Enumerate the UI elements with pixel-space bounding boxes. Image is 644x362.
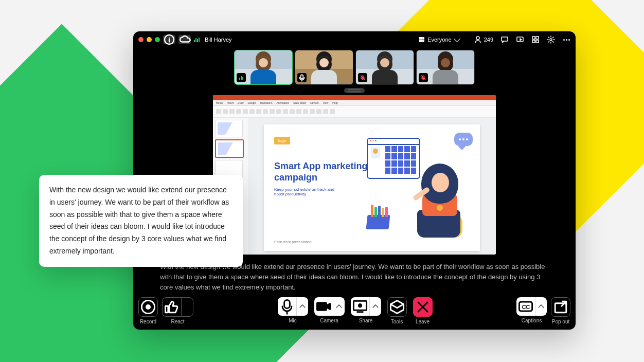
chat-icon[interactable] [500,35,509,44]
mic-label: Mic [289,318,297,323]
maximize-window-button[interactable] [155,37,160,42]
participants-button[interactable]: 249 [474,35,493,44]
shared-screen: HomeInsertDrawDesignTransitionsAnimation… [213,95,496,255]
popout-button[interactable] [551,297,570,317]
slide-thumb[interactable] [215,120,243,137]
ppt-tab: Slide Show [293,101,306,104]
ppt-tabs: HomeInsertDrawDesignTransitionsAnimation… [213,100,496,106]
layout-label: Everyone [427,37,451,43]
svg-rect-18 [284,300,290,308]
record-button[interactable] [138,297,158,317]
popout-label: Pop out [552,319,569,324]
ppt-tab: Help [332,101,337,104]
svg-text:CC: CC [522,304,530,310]
participant-tile[interactable] [416,50,475,85]
svg-point-3 [476,37,479,40]
layout-selector[interactable]: Everyone [419,37,459,43]
slide-canvas-area: logo Smart App marketingcampaign Keep yo… [248,118,496,255]
speech-bubble-illustration [454,133,473,146]
slide-subtitle: Keep your schedule on track and boost pr… [274,187,341,196]
pencils-illustration [370,204,389,217]
participant-tile[interactable] [234,50,293,85]
svg-rect-9 [536,40,539,43]
leave-label: Leave [416,319,430,324]
tools-label: Tools [391,319,403,324]
participant-tile[interactable] [295,50,353,85]
ppt-tab: Draw [238,101,244,104]
ppt-tab: Insert [227,101,234,104]
ppt-titlebar [213,95,496,100]
participant-tile[interactable] [355,50,414,85]
current-user: Bill Harvey [205,37,232,43]
presentation-icon[interactable] [516,35,524,44]
apps-icon[interactable] [531,35,540,44]
close-window-button[interactable] [138,37,144,42]
window-controls [138,37,160,42]
react-label: React [171,319,184,324]
svg-rect-8 [532,40,535,43]
svg-rect-11 [301,75,303,79]
svg-rect-19 [317,303,326,310]
svg-point-17 [146,305,150,309]
ppt-tab: Review [310,101,318,104]
ppt-tab: Transitions [260,101,272,104]
ppt-tab: Home [216,101,223,104]
mic-button[interactable] [278,297,308,316]
svg-rect-6 [532,37,535,39]
svg-point-10 [550,39,552,41]
svg-point-21 [359,304,361,307]
ppt-ribbon [213,106,496,118]
camera-label: Camera [320,318,338,323]
participant-strip [133,50,576,85]
settings-icon[interactable] [547,35,555,44]
window-titlebar: Bill Harvey Everyone 249 [133,31,576,48]
react-button[interactable] [162,297,193,317]
more-icon[interactable] [562,35,570,44]
call-toolbar: Record React Mic [133,297,576,324]
slide-logo: logo [274,137,290,144]
camera-button[interactable] [314,297,345,316]
ppt-tab: View [323,101,329,104]
svg-rect-27 [555,303,566,313]
leave-button[interactable] [413,297,433,317]
slide-footer: Pitch deck presentation [274,240,312,244]
tools-button[interactable] [387,297,407,317]
cloud-icon[interactable] [178,35,191,44]
audio-level-icon [237,73,246,82]
grid-icon [419,37,424,42]
svg-rect-7 [536,37,539,39]
audio-level-icon [297,73,307,82]
audio-level-icon [194,38,200,42]
record-label: Record [140,319,156,324]
woman-illustration [406,160,462,238]
slide-illustration [367,133,475,241]
slide-thumb[interactable] [215,139,244,158]
minimize-window-button[interactable] [147,37,152,42]
ppt-tab: Animations [276,101,289,104]
drag-handle[interactable] [344,88,365,93]
participant-count: 249 [484,37,493,43]
mic-muted-icon [419,73,428,82]
share-label: Share [359,318,373,323]
captions-button[interactable]: CC [516,297,547,316]
slide: logo Smart App marketingcampaign Keep yo… [264,124,480,251]
info-icon[interactable] [163,35,175,44]
mic-muted-icon [358,73,367,82]
chevron-down-icon [454,35,460,42]
ppt-body: logo Smart App marketingcampaign Keep yo… [213,118,496,255]
share-button[interactable] [351,297,381,316]
cup-illustration [366,215,390,229]
header-actions: 249 [474,35,570,44]
captions-label: Captions [522,318,542,323]
transcription-overlay-card: With the new design we would like extend… [39,175,243,267]
ppt-tab: Design [248,101,256,104]
svg-rect-4 [502,37,508,41]
